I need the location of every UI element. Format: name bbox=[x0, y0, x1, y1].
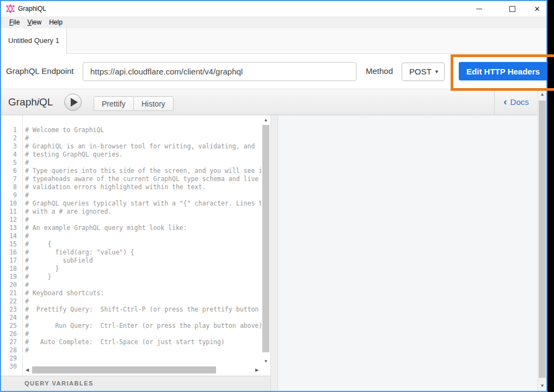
line-number: 8 bbox=[1, 183, 22, 191]
scroll-up-icon[interactable]: ▲ bbox=[261, 116, 270, 124]
code-line: # typeaheads aware of the current GraphQ… bbox=[25, 175, 261, 183]
line-number: 20 bbox=[1, 281, 22, 289]
tab-untitled-query[interactable]: Untitled Query 1 bbox=[1, 28, 67, 54]
code-line bbox=[25, 354, 261, 363]
line-number: 11 bbox=[1, 208, 22, 216]
graphiql-logo-icon bbox=[6, 4, 15, 13]
line-number-gutter: 1234567891011121314151617181920212223242… bbox=[1, 115, 23, 376]
history-button[interactable]: History bbox=[133, 96, 174, 111]
line-number: 6 bbox=[1, 167, 22, 175]
code-line: # Type queries into this side of the scr… bbox=[25, 167, 261, 175]
query-editor[interactable]: 1234567891011121314151617181920212223242… bbox=[1, 115, 270, 376]
title-bar: GraphiQL ✕ bbox=[1, 1, 546, 16]
code-line: # } bbox=[25, 265, 261, 273]
editor-vertical-scroll-thumb[interactable] bbox=[262, 125, 269, 352]
code-line: # validation errors highlighted within t… bbox=[25, 183, 261, 191]
method-label: Method bbox=[366, 54, 393, 89]
scroll-left-icon[interactable]: ◀ bbox=[23, 365, 32, 375]
dropdown-arrow-icon: ▼ bbox=[434, 63, 439, 80]
method-select[interactable]: POST ▼ bbox=[402, 63, 445, 81]
line-number: 10 bbox=[1, 200, 22, 208]
query-variables-title: QUERY VARIABLES bbox=[24, 376, 94, 391]
line-number: 19 bbox=[1, 273, 22, 281]
code-line: # GraphQL queries typically start with a… bbox=[25, 200, 261, 208]
line-number: 16 bbox=[1, 248, 22, 257]
menu-file[interactable]: File bbox=[5, 16, 23, 28]
close-button[interactable]: ✕ bbox=[528, 1, 546, 16]
minimize-icon bbox=[476, 9, 482, 9]
graphiql-toolbar: GraphiQL Prettify History ‹ Docs bbox=[1, 89, 538, 115]
maximize-icon bbox=[509, 6, 515, 12]
code-line: # bbox=[25, 281, 261, 289]
code-line: # bbox=[25, 216, 261, 224]
line-number: 28 bbox=[1, 346, 22, 354]
editor-horizontal-scroll-thumb[interactable] bbox=[32, 366, 216, 374]
docs-button[interactable]: ‹ Docs bbox=[494, 89, 538, 115]
code-line: # bbox=[25, 134, 261, 142]
tab-bar: Untitled Query 1 bbox=[1, 28, 546, 54]
window-scrollbar[interactable]: ▲ ▼ bbox=[538, 89, 546, 391]
code-line: # Run Query: Ctrl-Enter (or press the pl… bbox=[25, 322, 261, 330]
line-number: 9 bbox=[1, 191, 22, 200]
scroll-down-icon[interactable]: ▼ bbox=[538, 382, 546, 390]
endpoint-input[interactable] bbox=[83, 62, 356, 81]
code-line: # Auto Complete: Ctrl-Space (or just sta… bbox=[25, 338, 261, 346]
code-line: # Keyboard shortcuts: bbox=[25, 289, 261, 297]
line-number: 18 bbox=[1, 265, 22, 273]
line-number: 26 bbox=[1, 330, 22, 338]
code-lines[interactable]: # Welcome to GraphiQL## GraphiQL is an i… bbox=[25, 126, 261, 365]
line-number: 29 bbox=[1, 354, 22, 363]
menu-view[interactable]: View bbox=[23, 16, 45, 28]
code-line: # } bbox=[25, 273, 261, 281]
line-number: 30 bbox=[1, 363, 22, 371]
line-number: 25 bbox=[1, 322, 22, 330]
code-line: # Prettify Query: Shift-Ctrl-P (or press… bbox=[25, 306, 261, 314]
prettify-button[interactable]: Prettify bbox=[94, 96, 134, 111]
code-line: # bbox=[25, 232, 261, 240]
screenshot-stage: GraphiQL ✕ File View Help Untitled Query… bbox=[0, 0, 554, 392]
editor-horizontal-scrollbar[interactable]: ◀ ▶ bbox=[23, 365, 261, 375]
code-line: # field(arg: "value") { bbox=[25, 248, 261, 257]
docs-label: Docs bbox=[510, 97, 529, 107]
menu-help[interactable]: Help bbox=[45, 16, 66, 28]
scroll-right-icon[interactable]: ▶ bbox=[253, 365, 261, 375]
result-pane bbox=[278, 115, 538, 391]
line-number: 27 bbox=[1, 338, 22, 346]
line-number: 15 bbox=[1, 240, 22, 248]
close-icon: ✕ bbox=[534, 5, 540, 13]
code-line: # with a # are ignored. bbox=[25, 208, 261, 216]
code-line: # Welcome to GraphiQL bbox=[25, 126, 261, 134]
code-line: # bbox=[25, 297, 261, 306]
menu-bar: File View Help bbox=[1, 16, 546, 28]
code-line: # { bbox=[25, 240, 261, 248]
play-icon bbox=[71, 98, 78, 107]
editor-vertical-scrollbar[interactable]: ▲ ▼ bbox=[261, 116, 270, 365]
code-line: # bbox=[25, 159, 261, 167]
query-variables-bar[interactable]: QUERY VARIABLES bbox=[1, 376, 270, 391]
graphiql-logo-text: GraphiQL bbox=[8, 89, 53, 115]
line-number: 4 bbox=[1, 151, 22, 159]
code-line: # subField bbox=[25, 257, 261, 265]
code-line: # bbox=[25, 191, 261, 200]
line-number: 23 bbox=[1, 306, 22, 314]
minimize-button[interactable] bbox=[470, 1, 488, 16]
window-scroll-thumb[interactable] bbox=[539, 101, 546, 378]
line-number: 1 bbox=[1, 126, 22, 134]
line-number: 7 bbox=[1, 175, 22, 183]
code-line: # GraphiQL is an in-browser tool for wri… bbox=[25, 142, 261, 151]
line-number: 21 bbox=[1, 289, 22, 297]
scroll-down-icon[interactable]: ▼ bbox=[261, 358, 270, 365]
line-number: 17 bbox=[1, 257, 22, 265]
execute-query-button[interactable] bbox=[64, 94, 82, 111]
code-line: # bbox=[25, 330, 261, 338]
pane-divider[interactable] bbox=[270, 115, 278, 391]
line-number: 5 bbox=[1, 159, 22, 167]
code-line: # bbox=[25, 314, 261, 322]
window-title: GraphiQL bbox=[18, 1, 46, 16]
line-number: 22 bbox=[1, 297, 22, 306]
method-value: POST bbox=[409, 63, 432, 80]
scroll-up-icon[interactable]: ▲ bbox=[538, 91, 546, 98]
maximize-button[interactable] bbox=[503, 1, 521, 16]
line-number: 12 bbox=[1, 216, 22, 224]
line-number: 2 bbox=[1, 134, 22, 142]
